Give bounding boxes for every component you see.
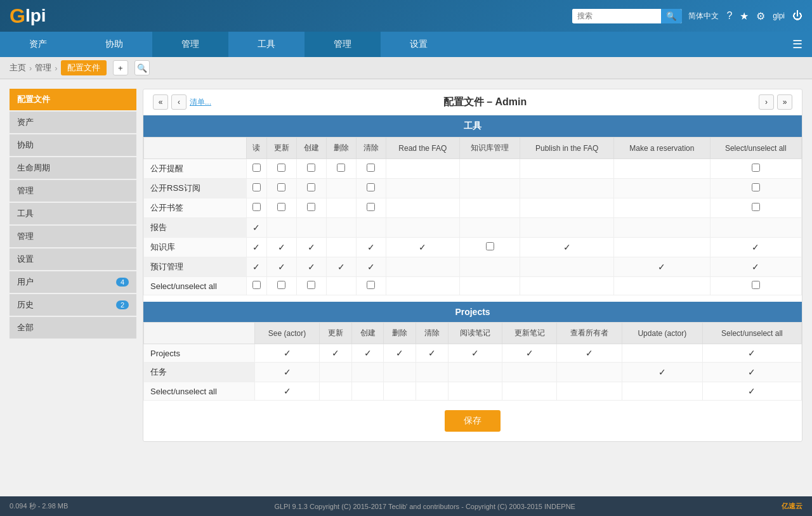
cell[interactable] — [710, 159, 801, 179]
checkbox[interactable] — [752, 164, 760, 172]
breadcrumb-add-btn[interactable]: + — [113, 60, 128, 75]
cell[interactable] — [266, 277, 296, 295]
save-button[interactable]: 保存 — [445, 410, 501, 432]
cell — [319, 382, 351, 401]
checkbox[interactable] — [252, 164, 261, 172]
cell[interactable] — [246, 277, 266, 295]
sidebar-item-profile[interactable]: 配置文件 — [10, 89, 136, 110]
cell — [386, 218, 460, 238]
cell[interactable] — [710, 198, 801, 218]
star-icon[interactable]: ★ — [740, 10, 749, 22]
checkbox[interactable] — [367, 164, 375, 172]
nav-last-btn[interactable]: » — [777, 94, 792, 110]
nav-assets[interactable]: 资产 — [0, 32, 76, 57]
nav-manage2[interactable]: 管理 — [304, 32, 381, 57]
checkbox[interactable] — [752, 203, 760, 211]
cell[interactable] — [246, 159, 266, 179]
sidebar-item-assets[interactable]: 资产 — [10, 112, 136, 133]
cell: ✓ — [246, 218, 266, 238]
checkbox[interactable] — [307, 281, 315, 289]
checkbox[interactable] — [252, 183, 261, 191]
breadcrumb-config[interactable]: 配置文件 — [61, 60, 107, 75]
checkmark: ✓ — [367, 242, 375, 252]
nav-next-btn[interactable]: › — [759, 94, 774, 110]
list-link[interactable]: 清单... — [190, 97, 211, 108]
checkbox[interactable] — [277, 183, 285, 191]
power-icon[interactable]: ⏻ — [792, 10, 802, 22]
checkbox[interactable] — [486, 242, 494, 250]
cell[interactable] — [246, 198, 266, 218]
nav-prev-btn[interactable]: ‹ — [171, 94, 187, 110]
checkbox[interactable] — [752, 281, 760, 289]
cell[interactable] — [266, 159, 296, 179]
nav-manage1[interactable]: 管理 — [152, 32, 228, 57]
checkbox[interactable] — [307, 203, 315, 211]
checkmark: ✓ — [748, 386, 756, 396]
cell[interactable] — [246, 179, 266, 198]
cell — [520, 179, 614, 198]
sidebar-item-all[interactable]: 全部 — [10, 317, 136, 339]
cell — [502, 363, 557, 382]
cell[interactable] — [296, 179, 326, 198]
projects-col-selectall: Select/unselect all — [702, 323, 801, 344]
cell[interactable] — [460, 238, 520, 257]
checkbox[interactable] — [252, 203, 261, 211]
checkbox[interactable] — [277, 164, 285, 172]
sidebar-item-admin[interactable]: 管理 — [10, 226, 136, 247]
checkbox[interactable] — [277, 203, 285, 211]
cell[interactable] — [710, 277, 801, 295]
cell[interactable] — [266, 198, 296, 218]
checkbox[interactable] — [307, 164, 315, 172]
cell[interactable] — [710, 179, 801, 198]
projects-col-see: See (actor) — [255, 323, 320, 344]
search-input[interactable] — [572, 9, 661, 23]
lang-button[interactable]: 简体中文 — [688, 11, 719, 22]
checkmark: ✓ — [396, 348, 403, 358]
cell: ✓ — [622, 363, 702, 382]
sidebar-item-tools[interactable]: 工具 — [10, 203, 136, 224]
sidebar-item-users[interactable]: 用户 4 — [10, 271, 136, 293]
hamburger-menu[interactable]: ☰ — [783, 32, 812, 57]
checkbox[interactable] — [337, 164, 345, 172]
checkmark: ✓ — [284, 367, 291, 377]
sidebar-item-help[interactable]: 协助 — [10, 134, 136, 156]
breadcrumb-search-btn[interactable]: 🔍 — [134, 60, 150, 75]
checkbox[interactable] — [307, 183, 315, 191]
breadcrumb-sep2: › — [55, 63, 57, 73]
cell — [326, 198, 356, 218]
cell[interactable] — [356, 179, 386, 198]
sidebar-item-settings[interactable]: 设置 — [10, 248, 136, 270]
sidebar-item-lifecycle[interactable]: 生命周期 — [10, 157, 136, 179]
projects-col-clear: 清除 — [416, 323, 449, 344]
breadcrumb-home[interactable]: 主页 — [10, 62, 26, 74]
nav-settings[interactable]: 设置 — [381, 32, 457, 57]
breadcrumb-admin[interactable]: 管理 — [35, 62, 51, 74]
cell[interactable] — [356, 277, 386, 295]
help-icon[interactable]: ? — [726, 10, 732, 22]
sidebar-item-history[interactable]: 历史 2 — [10, 294, 136, 316]
cell[interactable] — [296, 198, 326, 218]
checkbox[interactable] — [277, 281, 285, 289]
gear-icon[interactable]: ⚙ — [756, 10, 765, 22]
checkbox[interactable] — [367, 281, 375, 289]
checkbox[interactable] — [367, 183, 375, 191]
profile-header-row: « ‹ 清单... 配置文件 – Admin › » — [143, 89, 802, 115]
sidebar-item-manage[interactable]: 管理 — [10, 180, 136, 202]
checkbox[interactable] — [367, 203, 375, 211]
nav-tools[interactable]: 工具 — [228, 32, 304, 57]
checkbox[interactable] — [252, 281, 261, 289]
cell[interactable] — [356, 159, 386, 179]
cell[interactable] — [266, 179, 296, 198]
cell[interactable] — [296, 159, 326, 179]
search-button[interactable]: 🔍 — [661, 9, 682, 23]
user-button[interactable]: glpi — [773, 11, 785, 20]
checkbox[interactable] — [752, 183, 760, 191]
cell[interactable] — [326, 159, 356, 179]
profile-nav-right: › » — [759, 94, 792, 110]
nav-first-btn[interactable]: « — [153, 94, 168, 110]
checkmark: ✓ — [419, 242, 426, 252]
nav-help[interactable]: 协助 — [76, 32, 152, 57]
search-box: 🔍 — [572, 9, 682, 23]
cell[interactable] — [356, 198, 386, 218]
cell[interactable] — [296, 277, 326, 295]
